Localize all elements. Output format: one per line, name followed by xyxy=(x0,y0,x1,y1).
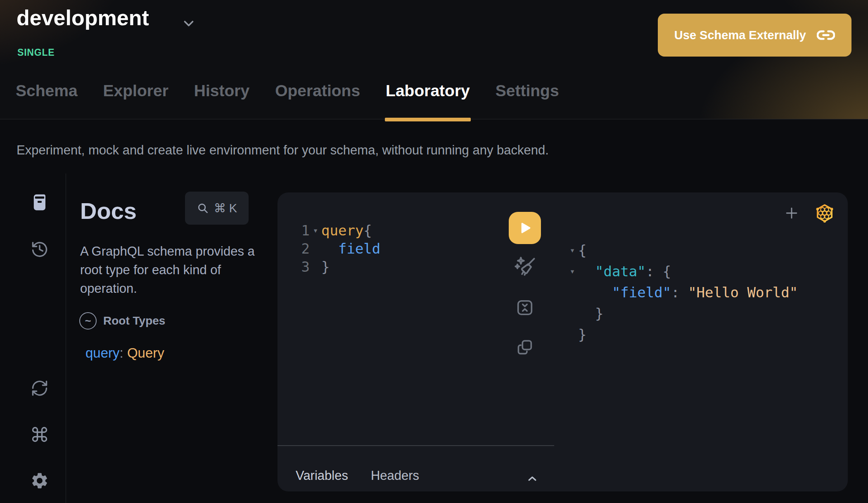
fold-triangle-icon[interactable]: ▾ xyxy=(567,240,578,261)
page-title: development xyxy=(17,5,149,31)
root-type-query-link[interactable]: query: Query xyxy=(85,345,164,361)
header: development SINGLE Use Schema Externally… xyxy=(0,0,868,119)
root-types-section: ~ Root Types xyxy=(79,312,165,330)
status-badge: SINGLE xyxy=(17,47,55,58)
response-line: ▾ "data": { xyxy=(567,261,798,282)
editor-line: 1▾query{ xyxy=(301,221,380,240)
json-separator: : xyxy=(671,282,688,303)
use-schema-externally-button[interactable]: Use Schema Externally xyxy=(658,14,851,57)
tab-operations[interactable]: Operations xyxy=(275,79,360,121)
docs-search-button[interactable]: ⌘ K xyxy=(185,192,249,225)
json-close-brace: } xyxy=(578,303,603,324)
fold-gutter xyxy=(567,303,578,324)
play-icon xyxy=(517,220,533,236)
root-types-icon: ~ xyxy=(79,312,97,330)
root-types-label: Root Types xyxy=(103,314,165,327)
json-close-brace: } xyxy=(578,324,586,345)
chevron-down-icon[interactable] xyxy=(181,16,197,31)
search-shortcut: ⌘ K xyxy=(214,201,237,215)
json-string-value: "Hello World" xyxy=(688,282,798,303)
tab-explorer[interactable]: Explorer xyxy=(103,79,168,121)
tab-bar: Schema Explorer History Operations Labor… xyxy=(16,79,559,119)
page-subtitle: Experiment, mock and create live environ… xyxy=(17,143,549,158)
use-schema-externally-label: Use Schema Externally xyxy=(674,28,806,42)
tab-headers[interactable]: Headers xyxy=(371,468,419,483)
response-line: } xyxy=(567,303,798,324)
line-number: 3 xyxy=(301,258,310,276)
json-indent xyxy=(578,261,595,282)
json-key-field: "field" xyxy=(612,282,671,303)
field-token: field xyxy=(321,240,380,258)
tab-history[interactable]: History xyxy=(194,79,249,121)
json-separator: : { xyxy=(646,261,671,282)
response-line: ▾{ xyxy=(567,240,798,261)
graphiql-panel: 1▾query{ 2 field 3} xyxy=(277,192,848,491)
response-line: "field": "Hello World" xyxy=(567,282,798,303)
fold-gutter xyxy=(310,258,321,276)
add-tab-plus-icon[interactable] xyxy=(784,205,799,221)
editor-line: 3} xyxy=(301,258,380,276)
json-indent xyxy=(578,282,612,303)
docs-description: A GraphQL schema provides a root type fo… xyxy=(80,242,258,298)
gear-icon[interactable] xyxy=(30,471,49,490)
chevron-up-icon[interactable] xyxy=(525,472,539,486)
prettify-broom-icon[interactable] xyxy=(514,255,537,278)
sidebar-divider xyxy=(66,173,66,503)
search-icon xyxy=(197,202,209,214)
line-number: 1 xyxy=(301,221,310,240)
query-editor[interactable]: 1▾query{ 2 field 3} xyxy=(301,221,380,276)
tab-settings[interactable]: Settings xyxy=(496,79,559,121)
fold-triangle-icon[interactable]: ▾ xyxy=(310,221,321,240)
query-keyword: query xyxy=(321,221,363,240)
fold-gutter xyxy=(310,240,321,258)
fold-triangle-icon[interactable]: ▾ xyxy=(567,261,578,282)
tab-variables[interactable]: Variables xyxy=(296,468,348,483)
json-key-data: "data" xyxy=(595,261,646,282)
refresh-icon[interactable] xyxy=(31,379,49,397)
merge-fragments-icon[interactable] xyxy=(515,298,534,317)
copy-icon[interactable] xyxy=(515,338,534,357)
docs-book-icon[interactable] xyxy=(30,193,49,212)
editor-footer-divider xyxy=(277,445,554,446)
response-viewer: ▾{ ▾ "data": { "field": "Hello World" } … xyxy=(567,240,798,345)
hive-logo[interactable] xyxy=(814,202,835,223)
root-type-name[interactable]: query xyxy=(85,345,120,361)
editor-line: 2 field xyxy=(301,240,380,258)
root-type-colon: : xyxy=(120,345,127,361)
laboratory-page: development SINGLE Use Schema Externally… xyxy=(0,0,868,503)
footer-tab-bar: Variables Headers xyxy=(296,468,419,483)
json-open-brace: { xyxy=(578,240,586,261)
docs-title: Docs xyxy=(80,197,137,224)
close-brace: } xyxy=(321,258,330,276)
history-clock-icon[interactable] xyxy=(31,240,49,259)
fold-gutter xyxy=(567,324,578,345)
open-brace: { xyxy=(363,221,372,240)
root-type-type[interactable]: Query xyxy=(127,345,164,361)
response-line: } xyxy=(567,324,798,345)
link-icon xyxy=(817,26,835,44)
line-number: 2 xyxy=(301,240,310,258)
command-icon[interactable] xyxy=(31,425,49,444)
fold-gutter xyxy=(567,282,578,303)
tab-laboratory[interactable]: Laboratory xyxy=(386,79,470,121)
tab-schema[interactable]: Schema xyxy=(16,79,78,121)
execute-query-button[interactable] xyxy=(509,212,541,244)
